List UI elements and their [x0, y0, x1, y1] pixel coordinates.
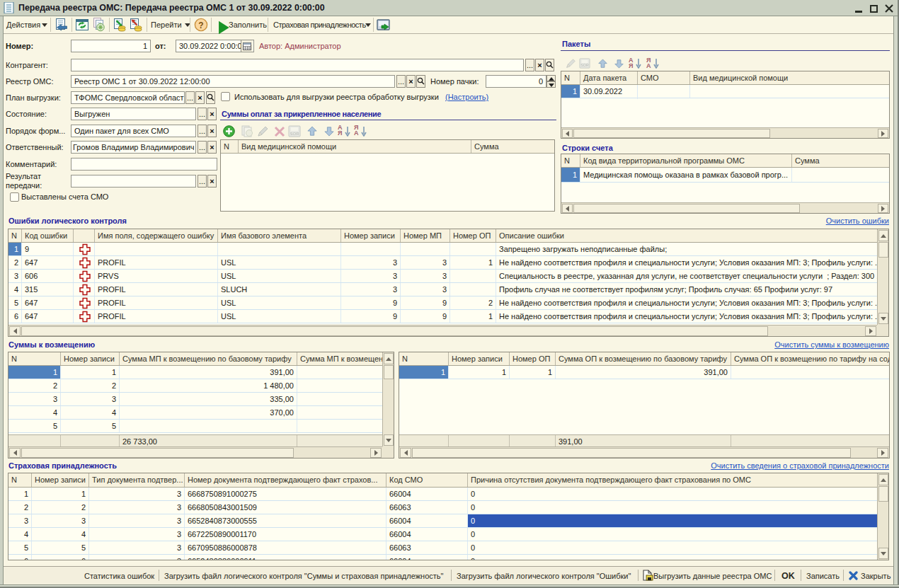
svg-text:?: ?: [198, 21, 203, 30]
svg-text:SOR: SOR: [290, 132, 299, 136]
svg-text:SOR: SOR: [580, 63, 589, 67]
